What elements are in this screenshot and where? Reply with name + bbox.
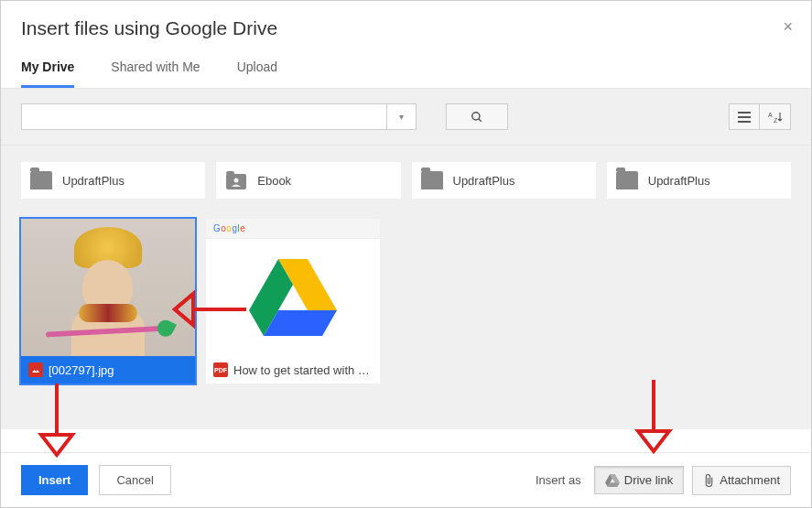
file-row: [002797].jpg Google PDF Ho bbox=[21, 219, 791, 384]
shared-folder-icon bbox=[225, 171, 247, 189]
folder-icon bbox=[616, 171, 638, 189]
google-drive-logo-icon bbox=[249, 259, 337, 336]
folder-label: UpdraftPlus bbox=[453, 174, 515, 188]
search-dropdown-toggle[interactable]: ▾ bbox=[387, 103, 417, 130]
file-thumbnail[interactable]: Google PDF How to get started with … bbox=[206, 219, 380, 384]
file-name: [002797].jpg bbox=[49, 363, 114, 377]
svg-rect-4 bbox=[738, 121, 751, 123]
pill-label: Attachment bbox=[720, 473, 780, 487]
tab-upload[interactable]: Upload bbox=[237, 59, 277, 88]
search-button[interactable] bbox=[446, 103, 508, 130]
search-input[interactable] bbox=[21, 103, 387, 130]
folder-item[interactable]: UpdraftPlus bbox=[412, 162, 596, 199]
close-icon[interactable]: × bbox=[783, 17, 793, 37]
modal-header: Insert files using Google Drive × bbox=[1, 1, 811, 45]
image-file-icon bbox=[28, 362, 43, 377]
sort-az-icon: AZ bbox=[768, 111, 783, 124]
svg-rect-8 bbox=[226, 171, 234, 175]
insert-as-label: Insert as bbox=[536, 473, 581, 487]
search-icon bbox=[471, 111, 483, 124]
svg-point-9 bbox=[234, 178, 239, 183]
tab-my-drive[interactable]: My Drive bbox=[21, 59, 74, 88]
pill-label: Drive link bbox=[624, 473, 673, 487]
cancel-button[interactable]: Cancel bbox=[99, 465, 170, 495]
paperclip-icon bbox=[703, 473, 715, 488]
insert-button[interactable]: Insert bbox=[21, 465, 88, 495]
footer-left: Insert Cancel bbox=[21, 465, 171, 495]
sort-button[interactable]: AZ bbox=[760, 103, 791, 130]
folder-item[interactable]: Ebook bbox=[216, 162, 400, 199]
insert-as-drive-link[interactable]: Drive link bbox=[594, 466, 684, 494]
thumbnail-image bbox=[21, 219, 195, 356]
file-grid: UpdraftPlus Ebook UpdraftPlus UpdraftPlu… bbox=[1, 146, 811, 429]
file-thumbnail-selected[interactable]: [002797].jpg bbox=[21, 219, 195, 384]
tab-shared-with-me[interactable]: Shared with Me bbox=[111, 59, 200, 88]
footer-right: Insert as Drive link Attachment bbox=[536, 466, 791, 495]
search-box: ▾ bbox=[21, 103, 417, 130]
thumbnail-image: Google bbox=[206, 219, 380, 356]
pdf-file-icon: PDF bbox=[213, 362, 228, 377]
folder-item[interactable]: UpdraftPlus bbox=[607, 162, 791, 199]
tab-bar: My Drive Shared with Me Upload bbox=[1, 45, 811, 89]
drive-icon bbox=[605, 474, 620, 487]
modal-title: Insert files using Google Drive bbox=[21, 17, 791, 39]
folder-label: Ebook bbox=[257, 174, 291, 188]
thumbnail-caption: PDF How to get started with … bbox=[206, 356, 380, 384]
folder-icon bbox=[30, 171, 52, 189]
svg-rect-2 bbox=[738, 112, 751, 113]
svg-text:A: A bbox=[768, 112, 773, 118]
svg-text:Z: Z bbox=[774, 117, 778, 124]
toolbar-left: ▾ bbox=[21, 103, 508, 130]
file-name: How to get started with … bbox=[233, 363, 370, 377]
list-icon bbox=[738, 112, 751, 123]
toolbar: ▾ AZ bbox=[1, 89, 811, 146]
thumbnail-caption: [002797].jpg bbox=[21, 356, 195, 384]
toolbar-right: AZ bbox=[729, 103, 791, 130]
svg-rect-3 bbox=[738, 116, 751, 118]
drive-picker-modal: Insert files using Google Drive × My Dri… bbox=[0, 0, 812, 508]
insert-as-attachment[interactable]: Attachment bbox=[692, 466, 791, 495]
modal-footer: Insert Cancel Insert as Drive link Attac… bbox=[1, 452, 811, 507]
svg-point-0 bbox=[472, 112, 480, 119]
folder-label: UpdraftPlus bbox=[648, 174, 710, 188]
folder-icon bbox=[421, 171, 443, 189]
folder-label: UpdraftPlus bbox=[62, 174, 125, 188]
folder-item[interactable]: UpdraftPlus bbox=[21, 162, 205, 199]
view-list-button[interactable] bbox=[729, 103, 760, 130]
svg-line-1 bbox=[479, 118, 482, 121]
folder-row: UpdraftPlus Ebook UpdraftPlus UpdraftPlu… bbox=[21, 162, 791, 199]
